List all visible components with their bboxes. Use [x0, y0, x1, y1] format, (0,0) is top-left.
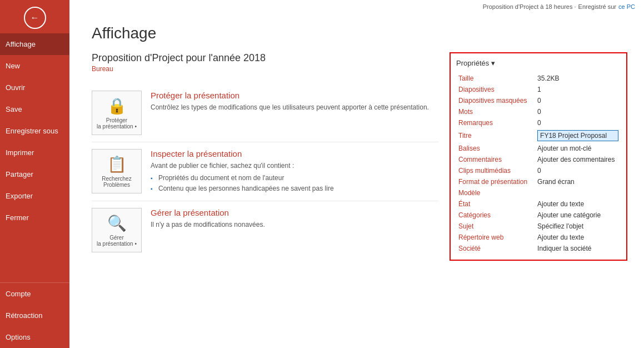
sidebar-item-options[interactable]: Options: [0, 326, 69, 348]
sidebar: ← Affichage New Ouvrir Save Enregistrer …: [0, 0, 69, 348]
props-row: CatégoriesAjouter une catégorie: [456, 210, 621, 221]
props-value: Ajouter une catégorie: [535, 210, 621, 221]
page-title: Affichage: [92, 24, 627, 42]
props-value: Ajouter du texte: [535, 198, 621, 210]
props-row: Diapositives masquées0: [456, 95, 621, 106]
props-label: Répertoire web: [456, 232, 535, 243]
props-value: 1: [535, 84, 621, 95]
sidebar-item-save[interactable]: Save: [0, 98, 69, 120]
props-row: Diapositives1: [456, 84, 621, 95]
sidebar-item-exporter[interactable]: Exporter: [0, 185, 69, 207]
props-dropdown-icon[interactable]: ▾: [491, 59, 495, 67]
action-card-gerer: 🔍 Gérer la présentation • Gérer la prése…: [92, 201, 438, 259]
inspecter-body: Inspecter la présentation Avant de publi…: [151, 149, 438, 194]
sidebar-item-imprimer[interactable]: Imprimer: [0, 142, 69, 163]
proteger-icon-label: Protéger la présentation •: [97, 117, 137, 130]
props-row: Titre: [456, 128, 621, 143]
sidebar-item-enregistrer-sous[interactable]: Enregistrer sous: [0, 120, 69, 142]
lock-icon: 🔒: [107, 97, 127, 115]
props-row: ÉtatAjouter du texte: [456, 198, 621, 210]
doc-section: Proposition d'Project pour l'année 2018 …: [92, 52, 627, 337]
document-location[interactable]: Bureau: [92, 65, 438, 73]
gerer-desc: Il n'y a pas de modifications nonavées.: [151, 220, 438, 230]
props-label: Sujet: [456, 221, 535, 232]
props-label: Balises: [456, 143, 535, 154]
proteger-body: Protéger la présentation Contrôlez les t…: [151, 91, 438, 112]
props-row: Remarques0: [456, 117, 621, 128]
main-content: Proposition d'Project à 18 heures · Enre…: [69, 0, 644, 348]
props-header: Propriétés ▾: [456, 59, 621, 67]
topbar: Proposition d'Project à 18 heures · Enre…: [69, 0, 644, 13]
save-status-text: Enregistré sur: [578, 3, 616, 10]
props-value: Grand écran: [535, 176, 621, 187]
properties-panel: Propriétés ▾ Taille35.2KBDiapositives1Di…: [450, 52, 627, 261]
sidebar-item-affichage[interactable]: Affichage: [0, 33, 69, 55]
props-value: 0: [535, 165, 621, 176]
inspecter-desc: Avant de publier ce fichier, sachez qu'i…: [151, 161, 438, 171]
props-row: Format de présentationGrand écran: [456, 176, 621, 187]
bullet-item: Contenu que les personnes handicapées ne…: [151, 183, 438, 194]
props-value: Spécifiez l'objet: [535, 221, 621, 232]
props-label: Diapositives: [456, 84, 535, 95]
props-label: Commentaires: [456, 154, 535, 165]
proteger-title[interactable]: Protéger la présentation: [151, 91, 438, 100]
props-row: Modèle: [456, 187, 621, 198]
props-label: Remarques: [456, 117, 535, 128]
gerer-title[interactable]: Gérer la présentation: [151, 208, 438, 217]
inspecter-icon-label: Recherchez Problèmes: [102, 176, 131, 188]
gerer-icon-box[interactable]: 🔍 Gérer la présentation •: [92, 208, 142, 252]
props-value: [535, 187, 621, 198]
sidebar-item-retroaction[interactable]: Rétroaction: [0, 305, 69, 326]
props-value: 0: [535, 106, 621, 117]
props-row: Répertoire webAjouter du texte: [456, 232, 621, 243]
props-title-input[interactable]: [537, 130, 618, 141]
save-location-link[interactable]: ce PC: [618, 3, 635, 10]
props-row: Clips multimédias0: [456, 165, 621, 176]
props-value: 35.2KB: [535, 73, 621, 84]
props-label: Format de présentation: [456, 176, 535, 187]
doc-info-text: Proposition d'Project à 18 heures ·: [483, 3, 576, 10]
props-value: 0: [535, 117, 621, 128]
props-title: Propriétés: [456, 59, 489, 67]
props-label: Clips multimédias: [456, 165, 535, 176]
sidebar-item-ouvrir[interactable]: Ouvrir: [0, 77, 69, 98]
props-label: Mots: [456, 106, 535, 117]
props-value: Indiquer la société: [535, 243, 621, 254]
inspecter-icon-box[interactable]: 📋 Recherchez Problèmes: [92, 149, 142, 193]
props-label: Titre: [456, 128, 535, 143]
props-label: Modèle: [456, 187, 535, 198]
props-label: État: [456, 198, 535, 210]
props-row: Taille35.2KB: [456, 73, 621, 84]
props-value: Ajouter du texte: [535, 232, 621, 243]
gerer-body: Gérer la présentation Il n'y a pas de mo…: [151, 208, 438, 230]
sidebar-bottom: Compte Rétroaction Options: [0, 282, 69, 348]
doc-left: Proposition d'Project pour l'année 2018 …: [92, 52, 438, 337]
props-row: BalisesAjouter un mot-clé: [456, 143, 621, 154]
props-row: CommentairesAjouter des commentaires: [456, 154, 621, 165]
sidebar-item-partager[interactable]: Partager: [0, 163, 69, 185]
sidebar-item-compte[interactable]: Compte: [0, 283, 69, 305]
back-icon: ←: [31, 13, 39, 23]
inspect-icon: 📋: [107, 155, 127, 173]
back-button[interactable]: ←: [24, 7, 46, 29]
sidebar-item-new[interactable]: New: [0, 55, 69, 77]
bullet-item: Propriétés du document et nom de l'auteu…: [151, 173, 438, 183]
props-value: Ajouter un mot-clé: [535, 143, 621, 154]
page: Affichage Proposition d'Project pour l'a…: [69, 13, 644, 348]
sidebar-item-fermer[interactable]: Fermer: [0, 207, 69, 228]
proteger-desc: Contrôlez les types de modifications que…: [151, 102, 438, 112]
proteger-icon-box[interactable]: 🔒 Protéger la présentation •: [92, 91, 142, 135]
props-label: Catégories: [456, 210, 535, 221]
props-table: Taille35.2KBDiapositives1Diapositives ma…: [456, 73, 621, 254]
inspecter-title[interactable]: Inspecter la présentation: [151, 149, 438, 158]
props-label: Taille: [456, 73, 535, 84]
action-card-inspecter: 📋 Recherchez Problèmes Inspecter la prés…: [92, 142, 438, 201]
props-label: Diapositives masquées: [456, 95, 535, 106]
gerer-icon-label: Gérer la présentation •: [97, 235, 137, 247]
props-value: 0: [535, 95, 621, 106]
props-label: Société: [456, 243, 535, 254]
props-row: SociétéIndiquer la société: [456, 243, 621, 254]
inspecter-bullets: Propriétés du document et nom de l'auteu…: [151, 173, 438, 194]
props-value[interactable]: [535, 128, 621, 143]
document-name: Proposition d'Project pour l'année 2018: [92, 52, 438, 64]
